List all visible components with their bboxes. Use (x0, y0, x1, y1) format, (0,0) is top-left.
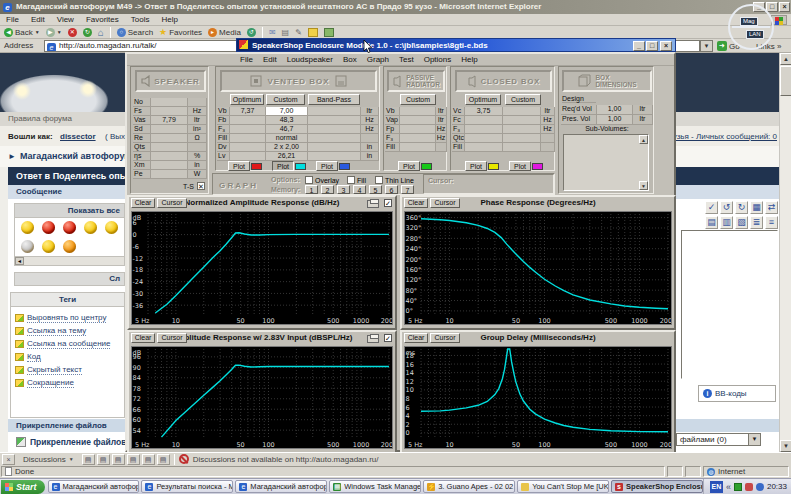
taskbar-button[interactable]: eМагаданский автофору... (48, 480, 140, 493)
optimum-value[interactable]: 7,37 (230, 107, 266, 116)
cursor-button[interactable]: Cursor (430, 333, 460, 343)
ss-menu-test[interactable]: Test (399, 55, 414, 64)
ss-menu-options[interactable]: Options (424, 55, 452, 64)
optimum-value[interactable] (465, 134, 503, 143)
next-comment-icon[interactable]: ▤ (157, 454, 170, 465)
address-dropdown-button[interactable]: ▼ (700, 40, 713, 52)
stop-button[interactable]: ✕ (68, 28, 77, 37)
home-button[interactable]: ⌂ (98, 27, 104, 38)
tag-item[interactable]: Сокращение (15, 376, 124, 389)
clear-button[interactable]: Clear (131, 333, 155, 343)
overlay-checkbox[interactable]: Overlay (305, 176, 339, 184)
closed-custom-button[interactable]: Custom (505, 94, 541, 105)
ie-menu-favorites[interactable]: Favorites (86, 15, 119, 24)
start-button[interactable]: Start (1, 480, 45, 494)
speakershop-minimize-button[interactable]: _ (633, 41, 645, 51)
ss-menu-help[interactable]: Help (461, 55, 477, 64)
custom-value[interactable] (503, 116, 541, 125)
smiley-orange-icon[interactable] (63, 240, 76, 253)
param-value[interactable] (151, 125, 188, 134)
ie-window-titlebar[interactable]: eМагаданский автофорум М49 -> Ответ в По… (0, 0, 791, 14)
custom-value[interactable]: 48,3 (266, 116, 308, 125)
spellcheck-icon[interactable]: ✓ (705, 201, 718, 214)
taskbar-button[interactable]: ▦Windows Task Manager (329, 480, 421, 493)
files-dropdown[interactable]: файлами (0) ▼ (676, 433, 761, 446)
bandpass-value[interactable] (308, 107, 361, 116)
app-icon[interactable] (324, 28, 334, 37)
tray-volume-icon[interactable] (745, 483, 753, 491)
memory-button[interactable]: 3 (337, 185, 350, 194)
taskbar-button[interactable]: You Can't Stop Me [UK C... (517, 480, 609, 493)
scroll-down-icon[interactable]: ▼ (780, 440, 791, 452)
insert-right-icon[interactable]: ▧ (735, 216, 748, 229)
plot-button[interactable]: Plot (465, 161, 487, 171)
clear-button[interactable]: Clear (404, 198, 428, 208)
vented-custom-button[interactable]: Custom (266, 94, 305, 105)
custom-value[interactable] (503, 143, 541, 152)
memory-button[interactable]: 6 (385, 185, 398, 194)
fill-checkbox[interactable]: Fill (347, 176, 366, 184)
print-button[interactable]: ▤ (282, 28, 290, 37)
optimum-value[interactable] (465, 143, 503, 152)
smiley-yellow-icon[interactable] (84, 221, 97, 234)
custom-value[interactable] (503, 134, 541, 143)
forward-button[interactable]: ▶▼ (46, 28, 62, 37)
param-value[interactable] (151, 107, 188, 116)
scrollbar-thumb[interactable] (780, 66, 791, 96)
ss-menu-loudspeaker[interactable]: Loudspeaker (287, 55, 333, 64)
vented-optimum-button[interactable]: Optimum (230, 94, 264, 105)
param-value[interactable]: 1,00 (597, 115, 633, 125)
plot-button[interactable]: Plot (228, 161, 250, 171)
collapse-tray-icon[interactable]: « (726, 482, 731, 492)
optimum-value[interactable] (465, 116, 503, 125)
optimum-value[interactable] (465, 125, 503, 134)
tag-item[interactable]: Ссылка на сообщение (15, 337, 124, 350)
clear-button[interactable]: Clear (404, 333, 428, 343)
memory-button[interactable]: 1 (305, 185, 318, 194)
history-button[interactable]: ↺ (247, 28, 256, 37)
print-icon[interactable] (367, 335, 379, 343)
sl-bar[interactable]: Сл (14, 272, 125, 286)
previous-comment-icon[interactable]: ▤ (142, 454, 155, 465)
memory-button[interactable]: 2 (321, 185, 334, 194)
param-value[interactable]: 7,79 (151, 116, 188, 125)
custom-value[interactable] (400, 143, 436, 152)
custom-value[interactable]: normal (266, 134, 308, 143)
messenger-icon[interactable] (308, 28, 318, 37)
smiley-yellow-icon[interactable] (21, 221, 34, 234)
favorites-button[interactable]: ★Favorites (159, 27, 202, 37)
chevron-down-icon[interactable]: ▼ (748, 434, 760, 445)
smiley-gray-icon[interactable] (21, 240, 34, 253)
attach-files-link[interactable]: Прикрепление файлов (30, 437, 126, 447)
param-value[interactable]: 1,00 (597, 105, 633, 115)
ss-menu-edit[interactable]: Edit (263, 55, 277, 64)
ie-menu-edit[interactable]: Edit (31, 15, 45, 24)
back-button[interactable]: ◀Back▼ (4, 28, 40, 37)
login-user-link[interactable]: dissector (60, 132, 96, 141)
visible-checkbox[interactable]: ✓ (384, 199, 392, 207)
param-value[interactable] (151, 134, 188, 143)
breadcrumb-link[interactable]: Магаданский автофорум М (20, 151, 141, 161)
ts-checkbox[interactable]: ✕ (197, 182, 205, 190)
tag-item[interactable]: Скрытый текст (15, 363, 124, 376)
subvol-scroll-down-icon[interactable]: ▼ (639, 181, 648, 190)
param-value[interactable] (151, 161, 188, 170)
smiley-yellow-icon[interactable] (105, 221, 118, 234)
visible-checkbox[interactable]: ✓ (384, 334, 392, 342)
custom-value[interactable]: 46,7 (266, 125, 308, 134)
closed-optimum-button[interactable]: Optimum (465, 94, 501, 105)
param-value[interactable] (151, 152, 188, 161)
optimum-value[interactable] (230, 125, 266, 134)
refresh-icon[interactable]: ⇄ (765, 201, 778, 214)
memory-button[interactable]: 4 (353, 185, 366, 194)
tag-item[interactable]: Ссылка на тему (15, 324, 124, 337)
plot-button[interactable]: Plot (272, 161, 294, 171)
language-indicator[interactable]: EN (710, 481, 723, 493)
bandpass-value[interactable] (308, 143, 361, 152)
ss-menu-file[interactable]: File (240, 55, 253, 64)
plot-button[interactable]: Plot (316, 161, 338, 171)
tray-clock-icon[interactable] (756, 483, 764, 491)
custom-value[interactable]: 26,21 (266, 152, 308, 161)
scroll-up-icon[interactable]: ▲ (780, 53, 791, 65)
close-icon[interactable]: × (2, 454, 15, 465)
